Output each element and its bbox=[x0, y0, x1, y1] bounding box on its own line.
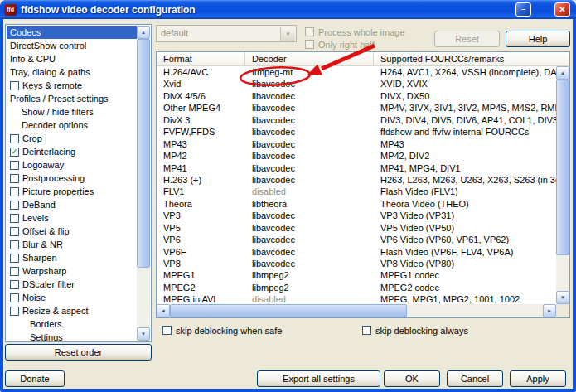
sidebar-item-noise[interactable]: Noise bbox=[7, 291, 138, 304]
cell-remarks: Flash Video (VP6F, FLV4, VP6A) bbox=[374, 246, 556, 258]
apply-button[interactable]: Apply bbox=[510, 370, 566, 387]
process-whole-image-checkbox[interactable]: Process whole image bbox=[305, 27, 405, 37]
checkbox-icon[interactable] bbox=[10, 134, 19, 143]
sidebar-item-deinterlacing[interactable]: ✓Deinterlacing bbox=[7, 145, 138, 158]
table-row[interactable]: FLV1disabledFlash Video (FLV1) bbox=[157, 186, 556, 197]
sidebar-scrollbar[interactable]: ▲ ▼ bbox=[137, 26, 150, 341]
checkbox-icon[interactable] bbox=[10, 81, 19, 90]
table-row[interactable]: H.264/AVCffmpeg-mtH264, AVC1, X264, VSSH… bbox=[157, 66, 556, 78]
table-row[interactable]: MPEG2libmpeg2MPEG2 codec bbox=[157, 282, 556, 293]
table-row[interactable]: VP5libavcodecVP5 Video (VP50) bbox=[157, 222, 556, 234]
checkbox-icon[interactable] bbox=[10, 187, 19, 196]
scrollbar-thumb[interactable] bbox=[556, 80, 569, 255]
scrollbar-track[interactable] bbox=[556, 80, 569, 291]
sidebar-item-logoaway[interactable]: Logoaway bbox=[7, 158, 138, 172]
sidebar-item-label: Decoder options bbox=[22, 120, 88, 130]
table-row[interactable]: VP6libavcodecVP6 Video (VP60, VP61, VP62… bbox=[157, 234, 556, 245]
checkbox-icon[interactable]: ✓ bbox=[10, 148, 19, 157]
sidebar-item-decoder-options[interactable]: Decoder options bbox=[7, 119, 138, 132]
column-header-remarks[interactable]: Supported FOURCCs/remarks bbox=[374, 52, 569, 65]
sidebar-item-keys-remote[interactable]: Keys & remote bbox=[7, 79, 138, 92]
table-row[interactable]: TheoralibtheoraTheora Video (THEO) bbox=[157, 198, 556, 210]
sidebar-item-sharpen[interactable]: Sharpen bbox=[7, 251, 138, 264]
table-row[interactable]: VP3libavcodecVP3 Video (VP31) bbox=[157, 210, 556, 221]
table-row[interactable]: VP6FlibavcodecFlash Video (VP6F, FLV4, V… bbox=[157, 246, 556, 258]
sidebar-item-picture-properties[interactable]: Picture properties bbox=[7, 185, 138, 198]
cell-decoder: libavcodec bbox=[245, 222, 374, 234]
checkbox-label: Process whole image bbox=[318, 27, 405, 37]
checkbox-icon[interactable] bbox=[10, 201, 19, 210]
titlebar[interactable]: ffd ffdshow video decoder configuration … bbox=[0, 0, 576, 19]
sidebar-item-info-cpu[interactable]: Info & CPU bbox=[7, 52, 138, 65]
checkbox-icon[interactable] bbox=[10, 293, 19, 302]
table-row[interactable]: DivX 4/5/6libavcodecDIVX, DX50 bbox=[157, 90, 556, 102]
minimize-button[interactable]: – bbox=[515, 2, 531, 17]
donate-button[interactable]: Donate bbox=[5, 370, 65, 387]
dropdown-arrow-icon[interactable]: ▼ bbox=[280, 27, 295, 41]
checkbox-icon[interactable] bbox=[10, 280, 19, 289]
scroll-up-icon[interactable]: ▲ bbox=[137, 26, 150, 39]
table-row[interactable]: MP42libavcodecMP42, DIV2 bbox=[157, 150, 556, 162]
export-all-settings-button[interactable]: Export all settings bbox=[257, 370, 380, 387]
column-header-decoder[interactable]: Decoder bbox=[245, 52, 374, 65]
table-row[interactable]: DivX 3libavcodecDIV3, DIV4, DIV5, DIV6, … bbox=[157, 114, 556, 126]
skip-deblocking-always-checkbox[interactable]: skip deblocking always bbox=[362, 325, 468, 336]
help-button[interactable]: Help bbox=[506, 31, 570, 47]
sidebar-item-postprocessing[interactable]: Postprocessing bbox=[7, 172, 138, 185]
sidebar-item-profiles-preset-settings[interactable]: Profiles / Preset settings bbox=[7, 92, 138, 105]
checkbox-icon[interactable] bbox=[10, 214, 19, 223]
close-button[interactable]: ✕ bbox=[554, 2, 570, 17]
table-row[interactable]: VP8libavcodecVP8 Video (VP80) bbox=[157, 258, 556, 269]
checkbox-icon[interactable] bbox=[10, 267, 19, 276]
checkbox-icon[interactable] bbox=[10, 254, 19, 263]
sidebar-item-resize-aspect[interactable]: Resize & aspect bbox=[7, 304, 138, 317]
sidebar-item-blur-nr[interactable]: Blur & NR bbox=[7, 238, 138, 251]
cell-remarks: Theora Video (THEO) bbox=[374, 198, 556, 210]
scrollbar-track[interactable] bbox=[170, 304, 543, 317]
reset-button[interactable]: Reset bbox=[434, 31, 500, 47]
sidebar-item-crop[interactable]: Crop bbox=[7, 132, 138, 145]
sidebar-item-deband[interactable]: DeBand bbox=[7, 198, 138, 211]
scroll-right-icon[interactable]: ► bbox=[543, 304, 556, 317]
table-row[interactable]: H.263 (+)libavcodecH263, L263, M263, U26… bbox=[157, 174, 556, 186]
only-right-half-checkbox[interactable]: Only right half bbox=[305, 39, 375, 50]
table-horizontal-scrollbar[interactable]: ◄ ► bbox=[157, 304, 556, 317]
table-vertical-scrollbar[interactable]: ▲ ▼ bbox=[556, 66, 569, 304]
table-row[interactable]: Other MPEG4libavcodecMP4V, 3IVX, 3IV1, 3… bbox=[157, 102, 556, 114]
column-header-format[interactable]: Format bbox=[157, 52, 245, 65]
table-row[interactable]: FVFW,FFDSlibavcodecffdshow and ffvfw int… bbox=[157, 126, 556, 138]
sidebar-item-tray-dialog-paths[interactable]: Tray, dialog & paths bbox=[7, 65, 138, 79]
table-row[interactable]: MPEG1libmpeg2MPEG1 codec bbox=[157, 269, 556, 281]
checkbox-icon[interactable] bbox=[10, 227, 19, 236]
table-row[interactable]: MP43libavcodecMP43 bbox=[157, 138, 556, 150]
sidebar-item-dscaler-filter[interactable]: DScaler filter bbox=[7, 278, 138, 291]
preset-combobox[interactable]: default ▼ bbox=[156, 25, 297, 42]
reset-order-button[interactable]: Reset order bbox=[5, 344, 152, 361]
scrollbar-track[interactable] bbox=[137, 39, 150, 327]
sidebar-item-borders[interactable]: Borders bbox=[7, 317, 138, 331]
sidebar-item-settings[interactable]: Settings bbox=[7, 331, 138, 341]
table-row[interactable]: MPEG in AVIdisabledMPEG, MPG1, MPG2, 100… bbox=[157, 293, 556, 304]
scroll-down-icon[interactable]: ▼ bbox=[137, 327, 150, 341]
table-row[interactable]: MP41libavcodecMP41, MPG4, DIV1 bbox=[157, 162, 556, 174]
scrollbar-thumb[interactable] bbox=[137, 39, 150, 268]
sidebar-item-offset-flip[interactable]: Offset & flip bbox=[7, 225, 138, 238]
checkbox-icon[interactable] bbox=[10, 307, 19, 316]
checkbox-icon[interactable] bbox=[10, 240, 19, 249]
sidebar-item-show-hide-filters[interactable]: Show / hide filters bbox=[7, 105, 138, 119]
scroll-up-icon[interactable]: ▲ bbox=[556, 66, 569, 80]
cancel-button[interactable]: Cancel bbox=[447, 370, 503, 387]
sidebar-item-levels[interactable]: Levels bbox=[7, 211, 138, 225]
sidebar-item-directshow-control[interactable]: DirectShow control bbox=[7, 39, 138, 52]
checkbox-icon[interactable] bbox=[10, 161, 19, 170]
table-row[interactable]: XvidlibavcodecXVID, XVIX bbox=[157, 78, 556, 90]
sidebar-item-codecs[interactable]: Codecs bbox=[7, 26, 138, 39]
checkbox-label: skip deblocking always bbox=[375, 326, 468, 336]
scroll-down-icon[interactable]: ▼ bbox=[556, 291, 569, 304]
checkbox-icon[interactable] bbox=[10, 174, 19, 183]
skip-deblocking-safe-checkbox[interactable]: skip deblocking when safe bbox=[162, 325, 282, 336]
ok-button[interactable]: OK bbox=[384, 370, 440, 387]
scrollbar-thumb[interactable] bbox=[170, 304, 407, 317]
scroll-left-icon[interactable]: ◄ bbox=[157, 304, 170, 317]
sidebar-item-warpsharp[interactable]: Warpsharp bbox=[7, 264, 138, 278]
